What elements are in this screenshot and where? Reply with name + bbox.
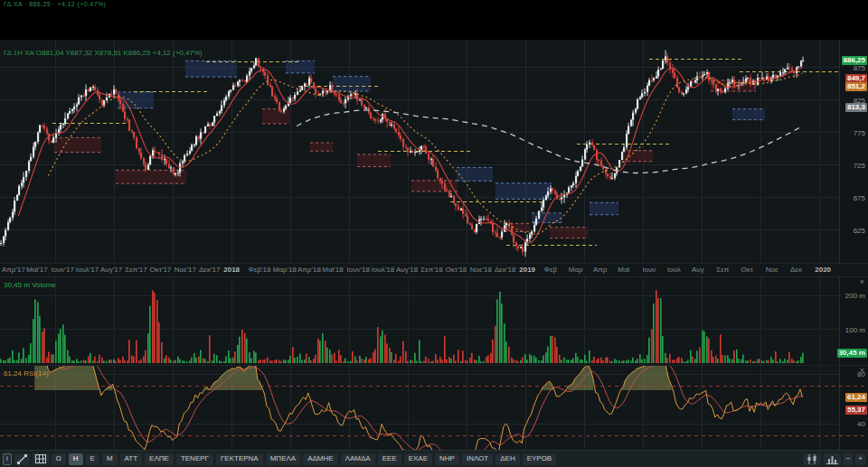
ticker-button-ΕΕΕ[interactable]: ΕΕΕ [378, 453, 401, 465]
volume-badge: 30,45 m [837, 349, 867, 358]
price-tick: 675 [854, 194, 865, 202]
price-badge: 851,2 [845, 82, 867, 91]
ticker-button-ΑΤΤ[interactable]: ΑΤΤ [120, 453, 143, 465]
candlestick-chart-icon[interactable] [804, 453, 821, 465]
time-axis-label: Μαρ [569, 266, 583, 274]
ticker-button-ΑΔΜΗΕ[interactable]: ΑΔΜΗΕ [303, 453, 337, 465]
time-axis-label: Απρ'18 [297, 266, 321, 274]
ticker-button-ΝΗΡ[interactable]: ΝΗΡ [435, 453, 459, 465]
time-axis-label: Ιουν'17 [52, 266, 74, 274]
timeframe-button-Ω[interactable]: Ω [52, 453, 66, 465]
time-axis-label: Μαϊ'17 [26, 266, 48, 274]
time-axis-label: Οκτ'17 [150, 266, 172, 274]
rsi-guide-line [0, 386, 868, 387]
zoom-out-button[interactable]: − [844, 453, 854, 465]
rsi-axis[interactable]: × 804061,2455,37 [839, 366, 868, 452]
volume-chart-canvas[interactable] [0, 277, 839, 365]
rsi-badge: 61,24 [845, 393, 867, 402]
trading-app-window: ΓΔ.ΧΑ · 886,25 · +4,12 (+0,47%) ΓΔ 1Η ΧΑ… [0, 0, 868, 467]
timeframe-button-Η[interactable]: Η [69, 453, 83, 465]
chart-area: ΓΔ 1Η ΧΑ Ο881,04 Υ887,32 Χ878,51 Κ886,25… [0, 40, 868, 452]
top-bar: ΓΔ.ΧΑ · 886,25 · +4,12 (+0,47%) [0, 0, 868, 40]
volume-legend: 30,45 m Volume [4, 281, 56, 289]
time-axis-label: Ιουν [643, 266, 656, 274]
price-tick: 725 [854, 162, 865, 170]
time-axis-label: Αυγ'18 [396, 266, 418, 274]
time-axis-label: Απρ [593, 266, 607, 274]
rsi-legend: 61,24 RSI(14) [4, 369, 49, 378]
time-axis-label: Μαϊ [618, 266, 629, 274]
bottom-toolbar: iΩΗΕΜΑΤΤΕΛΠΕΤΕΝΕΡΓΓΕΚΤΕΡΝΑΜΠΕΛΑΑΔΜΗΕΛΑΜΔ… [0, 450, 868, 467]
price-tick: 625 [854, 227, 865, 235]
ticker-button-ΛΑΜΔΑ[interactable]: ΛΑΜΔΑ [341, 453, 375, 465]
price-chart-canvas[interactable] [0, 40, 839, 263]
symbol-status-text: ΓΔ.ΧΑ · 886,25 · +4,12 (+0,47%) [4, 1, 106, 7]
ticker-button-ΓΕΚΤΕΡΝΑ[interactable]: ΓΕΚΤΕΡΝΑ [216, 453, 263, 465]
grid-icon[interactable] [33, 453, 49, 465]
price-badge: 813,3 [845, 103, 867, 112]
ticker-button-ΙΝΛΟΤ[interactable]: ΙΝΛΟΤ [462, 453, 493, 465]
ticker-button-ΤΕΝΕΡΓ[interactable]: ΤΕΝΕΡΓ [176, 453, 213, 465]
time-axis-label: Φεβ [544, 266, 558, 274]
rsi-tick: 40 [857, 420, 865, 428]
time-axis-label: Μαρ'18 [273, 266, 297, 274]
time-axis-label: Φεβ'18 [249, 266, 271, 274]
time-axis-label: Ιουλ'17 [76, 266, 99, 274]
time-axis-label: Απρ'17 [2, 266, 25, 274]
time-axis-label: Δεκ [790, 266, 802, 274]
price-pane: ΓΔ 1Η ΧΑ Ο881,04 Υ887,32 Χ878,51 Κ886,25… [0, 40, 868, 263]
ticker-button-ΕΧΑΕ[interactable]: ΕΧΑΕ [404, 453, 432, 465]
volume-tick: 200 m [845, 292, 865, 300]
price-tick: 875 [854, 64, 865, 72]
rsi-chart-canvas[interactable] [0, 366, 839, 452]
close-rsi-pane-button[interactable]: × [860, 366, 864, 375]
time-axis-label: Ιουλ [667, 266, 681, 274]
price-axis[interactable]: 875825775725675625886,25849,7851,2813,3 [839, 40, 868, 263]
ticker-button-ΕΥΡΩΒ[interactable]: ΕΥΡΩΒ [523, 453, 556, 465]
zoom-in-button[interactable]: + [855, 453, 865, 465]
time-axis-label: 2018 [223, 266, 240, 274]
time-axis-label: Νοε'17 [175, 266, 196, 274]
time-axis-label: Νοε'18 [470, 266, 492, 274]
time-axis-label: Νοε [766, 266, 778, 274]
time-axis-label: Σεπ [716, 266, 729, 274]
price-tick: 775 [854, 129, 865, 137]
time-axis-label: 2020 [815, 266, 831, 274]
time-axis-label: Μαϊ'18 [322, 266, 344, 274]
ticker-button-ΔΕΗ[interactable]: ΔΕΗ [495, 453, 519, 465]
time-axis-label: Ιουν'18 [347, 266, 370, 274]
time-axis-label: Οκτ [741, 266, 753, 274]
rsi-badge: 55,37 [845, 406, 867, 415]
time-axis-label: 2019 [519, 266, 535, 274]
volume-pane: 30,45 m Volume × 200 m100 m30,45 m [0, 276, 868, 365]
histogram-icon[interactable] [824, 453, 841, 465]
ticker-button-ΜΠΕΛΑ[interactable]: ΜΠΕΛΑ [266, 453, 300, 465]
time-axis-label: Δεκ'17 [199, 266, 220, 274]
close-volume-pane-button[interactable]: × [860, 277, 864, 286]
time-axis-label: Δεκ'18 [495, 266, 515, 274]
volume-tick: 100 m [845, 326, 865, 334]
time-axis[interactable]: Απρ'17Μαϊ'17Ιουν'17Ιουλ'17Αυγ'17Σεπ'17Οκ… [0, 263, 868, 276]
timeframe-button-Ε[interactable]: Ε [86, 453, 99, 465]
info-icon[interactable]: i [3, 453, 12, 465]
price-legend: ΓΔ 1Η ΧΑ Ο881,04 Υ887,32 Χ878,51 Κ886,25… [4, 49, 203, 57]
time-axis-label: Ιουλ'18 [372, 266, 394, 274]
time-axis-label: Σεπ'17 [125, 266, 146, 274]
time-axis-label: Αυγ [692, 266, 704, 274]
timeframe-button-Μ[interactable]: Μ [102, 453, 118, 465]
time-axis-label: Οκτ'18 [446, 266, 467, 274]
trendline-icon[interactable] [14, 453, 30, 465]
price-badge: 886,25 [842, 56, 867, 65]
time-axis-label: Αυγ'17 [100, 266, 122, 274]
time-axis-label: Σεπ'18 [420, 266, 442, 274]
volume-axis[interactable]: × 200 m100 m30,45 m [839, 277, 868, 365]
rsi-pane: 61,24 RSI(14) × 804061,2455,37 [0, 365, 868, 452]
rsi-guide-line [0, 435, 868, 436]
ticker-button-ΕΛΠΕ[interactable]: ΕΛΠΕ [145, 453, 174, 465]
